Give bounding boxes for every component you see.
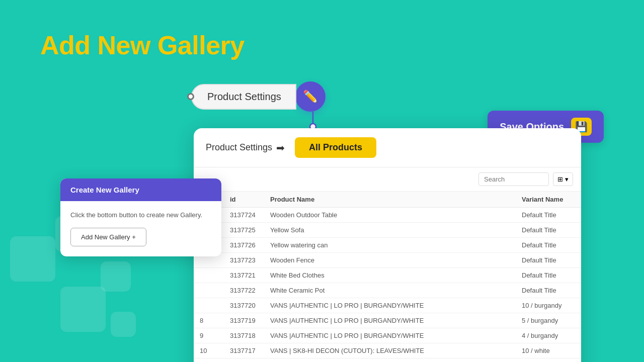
cell-id: 3137718 [224,328,264,343]
table-header-row: S.No. id Product Name Variant Name [194,192,581,208]
cell-sno: 10 [194,343,224,358]
table-row: 3137726 Yellow watering can Default Titl… [194,238,581,253]
cell-name: White Ceramic Pot [264,283,516,298]
cell-name: Yellow watering can [264,238,516,253]
pencil-icon: ✏️ [295,81,326,112]
tab-arrow-icon: ➡ [276,142,285,154]
cell-name: Wooden Fence [264,253,516,268]
cell-variant: Default Title [516,253,581,268]
tab-bar: Product Settings ➡ All Products [194,128,581,167]
search-input[interactable] [478,172,549,186]
cell-variant: 10 / burgandy [516,298,581,313]
cell-name: VANS | SK8-HI DECON (CUTOUT): LEAVES/WHI… [264,343,516,358]
col-id: id [224,192,264,208]
cell-variant: 5 / burgandy [516,313,581,328]
main-card: Product Settings ➡ All Products ⊞ ▾ S.No… [194,128,581,362]
gallery-box-body: Click the bottom button to create new Ga… [60,201,221,256]
table-row: 3137725 Yellow Sofa Default Title [194,223,581,238]
gallery-box-header: Create New Gallery [60,178,221,201]
cell-sno [194,298,224,313]
table-row: 3137722 White Ceramic Pot Default Title [194,283,581,298]
product-table: S.No. id Product Name Variant Name 31377… [194,192,581,358]
page-title: Add New Gallery [40,30,245,60]
add-gallery-button[interactable]: Add New Gallery + [70,228,146,246]
cell-sno [194,268,224,283]
cell-sno: 9 [194,328,224,343]
tab-all-products-label: All Products [309,142,362,152]
cell-variant: 4 / burgandy [516,328,581,343]
cell-id: 3137724 [224,208,264,223]
cell-name: Wooden Outdoor Table [264,208,516,223]
cell-sno: 8 [194,313,224,328]
col-name: Product Name [264,192,516,208]
cell-id: 3137717 [224,343,264,358]
cell-variant: Default Title [516,268,581,283]
cell-name: White Bed Clothes [264,268,516,283]
grid-dropdown-icon: ▾ [565,175,569,183]
table-row: 8 3137719 VANS |AUTHENTIC | LO PRO | BUR… [194,313,581,328]
cell-id: 3137726 [224,238,264,253]
cell-name: VANS |AUTHENTIC | LO PRO | BURGANDY/WHIT… [264,313,516,328]
table-row: 10 3137717 VANS | SK8-HI DECON (CUTOUT):… [194,343,581,358]
cell-id: 3137719 [224,313,264,328]
col-variant: Variant Name [516,192,581,208]
cell-sno [194,283,224,298]
cell-id: 3137720 [224,298,264,313]
table-row: 3137721 White Bed Clothes Default Title [194,268,581,283]
cell-id: 3137721 [224,268,264,283]
cell-variant: Default Title [516,223,581,238]
table-toolbar: ⊞ ▾ [194,167,581,192]
gallery-box: Create New Gallery Click the bottom butt… [60,178,221,256]
cell-name: VANS |AUTHENTIC | LO PRO | BURGANDY/WHIT… [264,328,516,343]
table-footer: Showing 1 to 10 of 240 rows 10 25 50 row… [194,358,581,362]
cell-variant: Default Title [516,283,581,298]
tab-all-products[interactable]: All Products [295,137,376,158]
table-row: 3137724 Wooden Outdoor Table Default Tit… [194,208,581,223]
cell-name: Yellow Sofa [264,223,516,238]
table-row: 9 3137718 VANS |AUTHENTIC | LO PRO | BUR… [194,328,581,343]
cell-id: 3137722 [224,283,264,298]
cell-variant: Default Title [516,238,581,253]
cell-id: 3137723 [224,253,264,268]
tab-product-settings[interactable]: Product Settings ➡ [206,140,285,156]
connector-dot-pill [187,93,194,100]
product-settings-pill: Product Settings ✏️ [191,81,326,112]
table-row: 3137723 Wooden Fence Default Title [194,253,581,268]
cell-variant: 10 / white [516,343,581,358]
tab-product-settings-label: Product Settings [206,142,272,153]
pill-label: Product Settings [191,84,296,110]
table-row: 3137720 VANS |AUTHENTIC | LO PRO | BURGA… [194,298,581,313]
cell-id: 3137725 [224,223,264,238]
cell-name: VANS |AUTHENTIC | LO PRO | BURGANDY/WHIT… [264,298,516,313]
cell-variant: Default Title [516,208,581,223]
grid-view-button[interactable]: ⊞ ▾ [553,172,573,186]
grid-icon: ⊞ [557,175,563,183]
gallery-box-description: Click the bottom button to create new Ga… [70,211,211,219]
